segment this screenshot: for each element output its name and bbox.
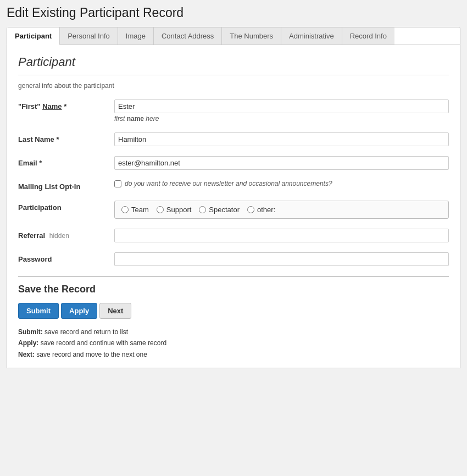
hint-post: here: [144, 115, 159, 123]
tab-bar: Participant Personal Info Image Contact …: [7, 27, 460, 45]
mailing-label: Mailing List Opt-In: [18, 180, 114, 191]
first-name-input[interactable]: [114, 99, 449, 113]
participation-field: Team Support Spectator other:: [114, 201, 449, 219]
submit-note-label: Submit:: [18, 328, 43, 336]
hint-bold: name: [127, 115, 144, 123]
tab-image[interactable]: Image: [118, 27, 154, 45]
apply-note-text: save record and continue with same recor…: [41, 339, 166, 347]
radio-other-label: other:: [257, 206, 275, 214]
button-row: Submit Apply Next: [18, 303, 449, 319]
referral-row: Referral hidden: [18, 229, 449, 242]
save-title: Save the Record: [18, 284, 449, 295]
apply-note: Apply: save record and continue with sam…: [18, 337, 449, 348]
radio-support-input[interactable]: [157, 206, 164, 213]
mailing-label-text: Mailing List Opt-In: [18, 182, 80, 191]
mailing-hint-text: do you want to receive our newsletter an…: [125, 180, 332, 187]
next-note-label: Next:: [18, 351, 35, 358]
password-input[interactable]: [114, 252, 449, 266]
participation-row: Participation Team Support Spectator: [18, 201, 449, 219]
save-section: Save the Record Submit Apply Next Submit…: [18, 276, 449, 360]
password-field: [114, 252, 449, 266]
radio-other-input[interactable]: [247, 206, 254, 213]
radio-other[interactable]: other:: [247, 206, 275, 214]
hint-pre: first: [114, 115, 127, 123]
radio-team-input[interactable]: [121, 206, 129, 213]
referral-field: [114, 229, 449, 242]
tab-participant[interactable]: Participant: [7, 27, 60, 45]
panel-divider: [18, 75, 449, 75]
email-field: [114, 156, 449, 170]
radio-team[interactable]: Team: [121, 206, 149, 214]
radio-spectator[interactable]: Spectator: [199, 206, 240, 214]
last-name-field: [114, 132, 449, 146]
email-required: *: [39, 159, 42, 167]
email-label-text: Email: [18, 159, 37, 167]
first-name-hint: first name here: [114, 115, 449, 123]
next-button[interactable]: Next: [99, 303, 131, 319]
participation-label-text: Participation: [18, 203, 62, 212]
radio-spectator-label: Spectator: [209, 206, 240, 214]
last-name-input[interactable]: [114, 132, 449, 146]
radio-spectator-input[interactable]: [199, 206, 206, 213]
referral-label: Referral hidden: [18, 229, 114, 240]
radio-support[interactable]: Support: [157, 206, 192, 214]
apply-note-label: Apply:: [18, 339, 38, 347]
participation-radio-group: Team Support Spectator other:: [114, 201, 449, 219]
page-title: Edit Existing Participant Record: [7, 5, 460, 20]
apply-button[interactable]: Apply: [61, 303, 97, 319]
email-row: Email *: [18, 156, 449, 170]
radio-team-label: Team: [131, 206, 149, 214]
first-name-required: *: [64, 102, 66, 110]
first-name-label: "First" Name *: [18, 99, 114, 110]
mailing-checkbox-label[interactable]: do you want to receive our newsletter an…: [114, 180, 449, 187]
next-note: Next: save record and move to the next o…: [18, 349, 449, 360]
panel-title: Participant: [18, 55, 449, 69]
tab-record-info[interactable]: Record Info: [342, 27, 394, 45]
radio-support-label: Support: [166, 206, 192, 214]
participation-label: Participation: [18, 201, 114, 212]
email-input[interactable]: [114, 156, 449, 170]
last-name-row: Last Name *: [18, 132, 449, 146]
first-name-field: first name here: [114, 99, 449, 123]
referral-label-text: Referral: [18, 231, 45, 240]
button-notes: Submit: save record and return to list A…: [18, 326, 449, 360]
tab-contact-address[interactable]: Contact Address: [154, 27, 222, 45]
mailing-row: Mailing List Opt-In do you want to recei…: [18, 180, 449, 191]
password-row: Password: [18, 252, 449, 266]
tab-personal-info[interactable]: Personal Info: [60, 27, 118, 45]
submit-button[interactable]: Submit: [18, 303, 59, 319]
tab-the-numbers[interactable]: The Numbers: [222, 27, 281, 45]
password-label: Password: [18, 252, 114, 263]
referral-input[interactable]: [114, 229, 449, 242]
panel-description: general info about the participant: [18, 82, 449, 90]
first-name-row: "First" Name * first name here: [18, 99, 449, 123]
password-label-text: Password: [18, 255, 52, 263]
panel-content: Participant general info about the parti…: [7, 45, 460, 368]
mailing-field: do you want to receive our newsletter an…: [114, 180, 449, 187]
first-name-label-text: "First" Name: [18, 102, 62, 110]
mailing-checkbox[interactable]: [114, 180, 121, 187]
last-name-label-text: Last Name: [18, 135, 54, 143]
last-name-label: Last Name *: [18, 132, 114, 143]
tab-administrative[interactable]: Administrative: [281, 27, 342, 45]
submit-note: Submit: save record and return to list: [18, 326, 449, 337]
last-name-required: *: [56, 135, 59, 143]
submit-note-text: save record and return to list: [45, 328, 128, 336]
referral-note: hidden: [49, 232, 69, 240]
email-label: Email *: [18, 156, 114, 167]
next-note-text: save record and move to the next one: [36, 351, 147, 358]
